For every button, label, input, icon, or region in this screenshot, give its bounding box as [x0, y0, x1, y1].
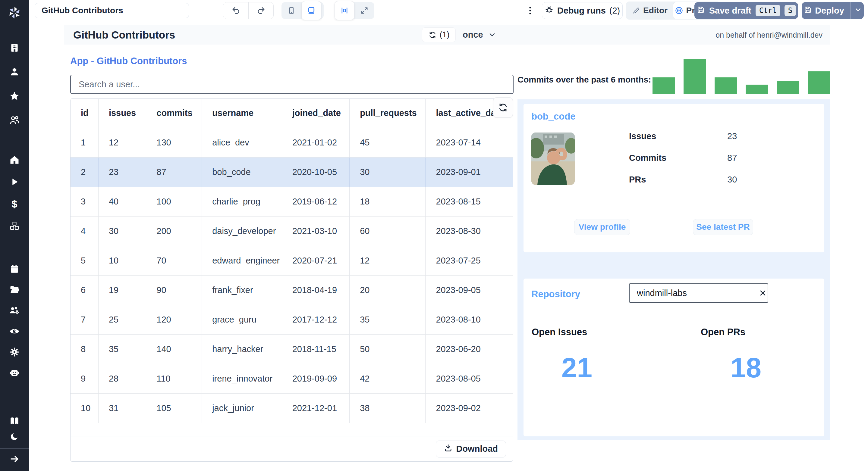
table-cell: 120 [146, 305, 202, 334]
sidebar-item-workers gear-icon[interactable] [0, 341, 29, 362]
table-row[interactable]: 112130alice_dev2021-01-02452023-07-14 [70, 128, 513, 157]
debug-runs-button[interactable]: Debug runs (2) [542, 2, 623, 19]
mobile-view-button mobile-icon[interactable] [281, 2, 301, 19]
deploy-options-button chevron-down-icon[interactable] [854, 6, 862, 16]
save-draft-button[interactable]: Save draft Ctrl S [694, 2, 798, 19]
sidebar-item-resources cubes-icon[interactable] [0, 215, 29, 237]
sidebar-item-ai robot-icon[interactable] [0, 362, 29, 383]
sidebar-divider [0, 140, 29, 140]
table-cell: 140 [146, 334, 202, 364]
desktop-view-button desktop-icon[interactable] [301, 1, 321, 20]
table-cell: edward_engineer [202, 246, 282, 275]
app-header-bar: GitHub Contributors (1) once on behalf o… [64, 25, 830, 44]
kbd-ctrl: Ctrl [755, 5, 780, 16]
app-refresh-count: (1) [440, 30, 450, 39]
view-profile-button[interactable]: View profile [574, 219, 630, 235]
sidebar-item-runs play-icon[interactable] [0, 171, 29, 193]
table-cell: charlie_prog [202, 187, 282, 216]
table-cell: 2023-07-14 [426, 128, 513, 157]
tab-editor pencil-icon[interactable]: Editor [627, 3, 673, 19]
table-cell: 2020-07-21 [282, 246, 349, 275]
app-name-input[interactable] [35, 3, 189, 18]
table-row[interactable]: 51070edward_engineer2020-07-21122023-07-… [70, 246, 513, 275]
table-refresh-button refresh-icon[interactable] [493, 97, 513, 118]
sidebar-item-home home-icon[interactable] [0, 149, 29, 171]
behalf-text: on behalf of henri@windmill.dev [715, 31, 823, 39]
table-cell: daisy_developer [202, 216, 282, 246]
search-input[interactable] [70, 75, 514, 94]
table-cell: 42 [350, 364, 426, 393]
download-button[interactable]: Download [436, 441, 506, 458]
table-cell: 2020-10-05 [282, 157, 349, 187]
table-cell: 5 [70, 246, 98, 275]
table-row[interactable]: 430200daisy_developer2021-03-10602023-08… [70, 216, 513, 246]
sidebar-item-members users-icon[interactable] [0, 108, 29, 132]
table-cell: 10 [70, 393, 98, 423]
redo-button redo-icon[interactable] [248, 2, 273, 19]
table-cell: 8 [70, 334, 98, 364]
save-draft-label: Save draft [709, 6, 751, 16]
sidebar-item-docs book-icon[interactable] [0, 413, 29, 429]
app-refresh-button refresh-icon[interactable]: (1) [422, 27, 456, 42]
table-cell: 40 [98, 187, 146, 216]
align-center-button align-center-icon[interactable] [335, 1, 354, 20]
table-cell: 2019-06-12 [282, 187, 349, 216]
table-cell: 45 [350, 128, 426, 157]
app-preview: GitHub Contributors (1) once on behalf o… [29, 22, 868, 471]
table-cell: 2021-03-10 [282, 216, 349, 246]
see-latest-pr-button[interactable]: See latest PR [693, 219, 753, 235]
chart-bar [777, 81, 799, 94]
schedule-dropdown[interactable]: once [463, 29, 496, 41]
sidebar-item-favorites star-icon[interactable] [0, 84, 29, 108]
sidebar-item-variables dollar-icon[interactable]: $ [0, 193, 29, 215]
fullscreen-button expand-icon[interactable] [354, 2, 374, 19]
sidebar-item-theme moon-icon[interactable] [0, 429, 29, 444]
clear-repository-button clear-icon[interactable] [758, 284, 768, 302]
table-cell: grace_guru [202, 305, 282, 334]
open-issues-value: 21 [532, 352, 622, 384]
sidebar-item-groups users-gear-icon[interactable] [0, 300, 29, 321]
stat-label: Issues [629, 131, 727, 141]
table-row[interactable]: 22387bob_code2020-10-05302023-09-01 [70, 157, 513, 187]
table-cell: 2023-08-10 [426, 305, 513, 334]
more-menu-button kebab-icon[interactable] [525, 4, 535, 17]
table-cell: 2 [70, 157, 98, 187]
windmill-logo[interactable] [0, 1, 29, 25]
stat-label: Commits [629, 153, 727, 163]
stat-value: 23 [727, 131, 737, 141]
table-cell: 9 [70, 364, 98, 393]
table-row[interactable]: 928110irene_innovator2019-09-09422023-08… [70, 364, 513, 393]
table-row[interactable]: 61990frank_fixer2018-04-19202023-09-05 [70, 275, 513, 305]
repository-input[interactable] [629, 288, 758, 298]
stat-value: 87 [727, 153, 737, 163]
debug-runs-label: Debug runs [557, 6, 606, 16]
deploy-button[interactable]: Deploy [802, 2, 864, 19]
chart-bar [808, 71, 830, 94]
open-issues-label: Open Issues [532, 327, 587, 338]
layout-toggle-group [335, 2, 374, 19]
table-cell: 28 [98, 364, 146, 393]
deploy-separator [850, 2, 850, 19]
sidebar-item-audit eye-icon[interactable] [0, 321, 29, 341]
table-cell: 20 [350, 275, 426, 305]
sidebar-item-folders folder-icon[interactable] [0, 279, 29, 300]
table-cell: 2021-01-02 [282, 128, 349, 157]
table-row[interactable]: 725120grace_guru2017-12-12352023-08-10 [70, 305, 513, 334]
repository-card-title: Repository [531, 289, 580, 300]
table-footer: Download [70, 436, 513, 461]
sidebar-item-user user-icon[interactable] [0, 60, 29, 84]
table-row[interactable]: 835140harry_hacker2018-11-15502023-06-20 [70, 334, 513, 364]
chart-bar [684, 59, 706, 94]
table-cell: 23 [98, 157, 146, 187]
table-cell: 1 [70, 128, 98, 157]
table-row[interactable]: 340100charlie_prog2019-06-12182023-08-15 [70, 187, 513, 216]
table-row[interactable]: 1031105jack_junior2021-12-01382023-09-02 [70, 393, 513, 423]
undo-button undo-icon[interactable] [223, 2, 248, 19]
app-header-title: GitHub Contributors [73, 29, 175, 41]
table-cell: 50 [350, 334, 426, 364]
sidebar-item-workspace building-icon[interactable] [0, 36, 29, 60]
table-cell: 3 [70, 187, 98, 216]
stat-value: 30 [727, 175, 737, 184]
sidebar-item-schedules calendar-icon[interactable] [0, 258, 29, 279]
sidebar-expand arrow-right-icon[interactable] [0, 449, 29, 469]
